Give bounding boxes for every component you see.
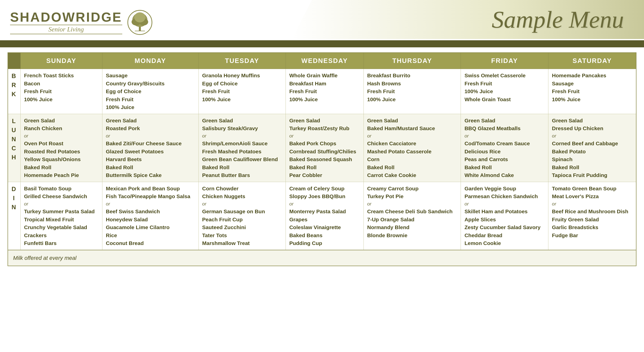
- corner-header: [8, 53, 20, 69]
- menu-container: SUNDAY MONDAY TUESDAY WEDNESDAY THURSDAY…: [0, 47, 644, 269]
- breakfast-label: B R K: [8, 69, 20, 114]
- breakfast-wednesday: Whole Grain Waffle Breakfast Ham Fresh F…: [286, 69, 364, 114]
- header-divider: [0, 40, 644, 47]
- dinner-saturday: Tomato Green Bean Soup Meat Lover's Pizz…: [548, 182, 636, 250]
- breakfast-sunday: French Toast Sticks Bacon Fresh Fruit 10…: [20, 69, 102, 114]
- sunday-header: SUNDAY: [20, 53, 102, 69]
- footer-row: Milk offered at every meal: [8, 250, 636, 266]
- dinner-label: D I N: [8, 182, 20, 250]
- dinner-tuesday: Corn Chowder Chicken Nuggets or German S…: [198, 182, 286, 250]
- monday-header: MONDAY: [102, 53, 198, 69]
- dinner-wednesday: Cream of Celery Soup Sloppy Joes BBQ/Bun…: [286, 182, 364, 250]
- lunch-thursday: Green Salad Baked Ham/Mustard Sauce or C…: [364, 114, 461, 182]
- lunch-sunday: Green Salad Ranch Chicken or Oven Pot Ro…: [20, 114, 102, 182]
- logo-area: SHADOWRIDGE Senior Living: [10, 10, 152, 35]
- logo-main: SHADOWRIDGE: [10, 11, 122, 24]
- thursday-header: THURSDAY: [364, 53, 461, 69]
- dinner-monday: Mexican Pork and Bean Soup Fish Taco/Pin…: [102, 182, 198, 250]
- logo-text: SHADOWRIDGE Senior Living: [10, 11, 122, 34]
- svg-point-6: [134, 12, 145, 22]
- breakfast-saturday: Homemade Pancakes Sausage Fresh Fruit 10…: [548, 69, 636, 114]
- lunch-tuesday: Green Salad Salisbury Steak/Gravy or Shr…: [198, 114, 286, 182]
- breakfast-monday: Sausage Country Gravy/Biscuits Egg of Ch…: [102, 69, 198, 114]
- lunch-row: L U N C H Green Salad Ranch Chicken or O…: [8, 114, 636, 182]
- tree-logo-icon: [127, 10, 152, 35]
- logo-sub: Senior Living: [10, 25, 122, 34]
- dinner-thursday: Creamy Carrot Soup Turkey Pot Pie or Cre…: [364, 182, 461, 250]
- page-title: Sample Menu: [492, 6, 624, 33]
- breakfast-tuesday: Granola Honey Muffins Egg of Choice Fres…: [198, 69, 286, 114]
- saturday-header: SATURDAY: [548, 53, 636, 69]
- tuesday-header: TUESDAY: [198, 53, 286, 69]
- breakfast-friday: Swiss Omelet Casserole Fresh Fruit 100% …: [461, 69, 548, 114]
- dinner-row: D I N Basil Tomato Soup Grilled Cheese S…: [8, 182, 636, 250]
- header-row: SUNDAY MONDAY TUESDAY WEDNESDAY THURSDAY…: [8, 53, 636, 69]
- friday-header: FRIDAY: [461, 53, 548, 69]
- lunch-label: L U N C H: [8, 114, 20, 182]
- menu-table: SUNDAY MONDAY TUESDAY WEDNESDAY THURSDAY…: [8, 52, 636, 266]
- breakfast-thursday: Breakfast Burrito Hash Browns Fresh Frui…: [364, 69, 461, 114]
- lunch-monday: Green Salad Roasted Pork or Baked Ziti/F…: [102, 114, 198, 182]
- lunch-wednesday: Green Salad Turkey Roast/Zesty Rub or Ba…: [286, 114, 364, 182]
- footer-note: Milk offered at every meal: [8, 250, 636, 266]
- breakfast-row: B R K French Toast Sticks Bacon Fresh Fr…: [8, 69, 636, 114]
- title-banner: Sample Menu: [441, 0, 644, 39]
- dinner-sunday: Basil Tomato Soup Grilled Cheese Sandwic…: [20, 182, 102, 250]
- wednesday-header: WEDNESDAY: [286, 53, 364, 69]
- lunch-friday: Green Salad BBQ Glazed Meatballs or Cod/…: [461, 114, 548, 182]
- page-header: SHADOWRIDGE Senior Living Sample Menu: [0, 0, 644, 40]
- dinner-friday: Garden Veggie Soup Parmesan Chicken Sand…: [461, 182, 548, 250]
- lunch-saturday: Green Salad Dressed Up Chicken or Corned…: [548, 114, 636, 182]
